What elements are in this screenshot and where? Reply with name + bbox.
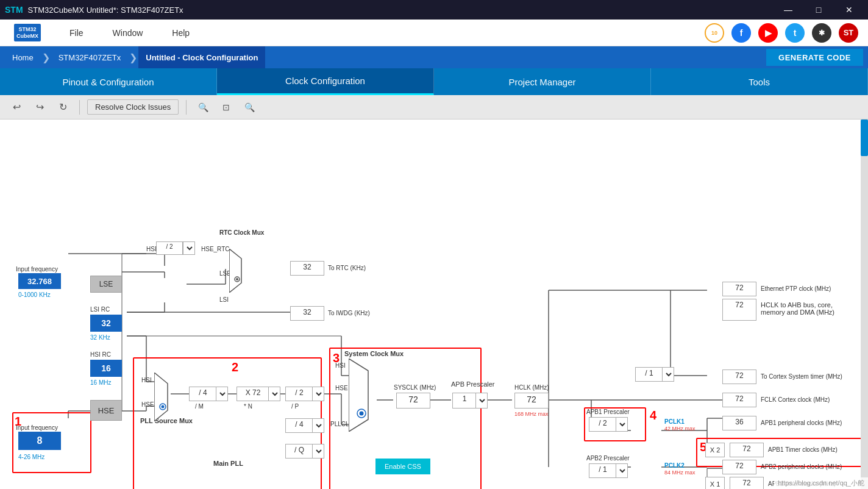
cortex-sys-label: To Cortex System timer (MHz) bbox=[761, 373, 842, 380]
menu-file[interactable]: File bbox=[55, 20, 98, 46]
vertical-scrollbar[interactable] bbox=[861, 120, 868, 489]
main-canvas: 1 Input frequency 8 4-26 MHz HSE Input f… bbox=[0, 120, 868, 489]
fclk-val[interactable]: 72 bbox=[722, 393, 756, 407]
pll-n-label: * N bbox=[244, 403, 252, 410]
pll-m-select[interactable] bbox=[216, 387, 228, 401]
pll-q2-select[interactable] bbox=[312, 444, 324, 459]
hse-div2-select[interactable] bbox=[183, 241, 195, 255]
maximize-button[interactable]: □ bbox=[805, 0, 833, 20]
refresh-button[interactable]: ↻ bbox=[54, 98, 72, 116]
youtube-icon[interactable]: ▶ bbox=[758, 23, 778, 43]
scrollbar-thumb[interactable] bbox=[861, 120, 868, 156]
enable-css-button[interactable]: Enable CSS bbox=[375, 459, 430, 474]
rtc-mux-shape[interactable] bbox=[229, 249, 247, 293]
zoom-out-button[interactable]: 🔍 bbox=[240, 98, 258, 116]
tab-project[interactable]: Project Manager bbox=[434, 68, 651, 95]
svg-marker-55 bbox=[229, 249, 241, 293]
apb1-timer-label: APB1 Timer clocks (MHz) bbox=[768, 446, 838, 453]
tab-clock[interactable]: Clock Configuration bbox=[217, 68, 434, 95]
hclk-box[interactable]: 72 bbox=[514, 393, 549, 409]
lse-freq-label: Input frequency bbox=[16, 266, 58, 273]
pll-q2-box[interactable]: / Q bbox=[285, 444, 313, 459]
input-freq-range: 4-26 MHz bbox=[18, 454, 44, 460]
apb1-div-select[interactable] bbox=[616, 417, 628, 432]
minimize-button[interactable]: — bbox=[774, 0, 802, 20]
hsi-rc-box[interactable]: 16 bbox=[90, 360, 122, 377]
svg-marker-61 bbox=[349, 359, 368, 432]
breadcrumb-current[interactable]: Untitled - Clock Configuration bbox=[138, 46, 265, 68]
apb-prescaler-label: APB Prescaler bbox=[451, 380, 495, 388]
lse-block[interactable]: LSE bbox=[90, 276, 122, 293]
hse-div2-input[interactable]: / 2 bbox=[156, 241, 183, 255]
svg-point-60 bbox=[162, 405, 165, 409]
lsi-rc-box[interactable]: 32 bbox=[90, 315, 122, 332]
hsi-rc-label: HSI RC bbox=[90, 351, 111, 358]
menu-window[interactable]: Window bbox=[98, 20, 158, 46]
pll-p-label: / P bbox=[291, 403, 299, 410]
social-icons: 10 f ▶ t ✱ ST bbox=[705, 23, 868, 43]
hse-block[interactable]: HSE bbox=[90, 400, 122, 421]
generate-code-button[interactable]: GENERATE CODE bbox=[766, 49, 863, 66]
input-freq-label: Input frequency bbox=[16, 424, 58, 431]
sys-hse-label: HSE bbox=[335, 385, 348, 391]
pll-q-select[interactable] bbox=[312, 418, 324, 433]
sys-clk-mux-label: System Clock Mux bbox=[344, 350, 404, 357]
lsi-rc-unit: 32 KHz bbox=[90, 334, 110, 341]
tabbar: Pinout & Configuration Clock Configurati… bbox=[0, 68, 868, 95]
lse-freq-box[interactable]: 32.768 bbox=[18, 273, 61, 289]
apb2-timer-val[interactable]: 72 bbox=[730, 477, 764, 489]
apb2-max-label: 84 MHz max bbox=[664, 469, 695, 476]
st-icon[interactable]: ST bbox=[839, 23, 858, 43]
ahb-div-select[interactable] bbox=[475, 393, 488, 409]
hse-rtc-right-label: HSE_RTC bbox=[201, 246, 230, 252]
tab-tools[interactable]: Tools bbox=[651, 68, 868, 95]
facebook-icon[interactable]: f bbox=[731, 23, 751, 43]
ethernet-ptp-label: Ethernet PTP clock (MHz) bbox=[761, 285, 831, 292]
fit-button[interactable]: ⊡ bbox=[217, 98, 235, 116]
apb2-div-select[interactable] bbox=[616, 463, 628, 478]
iwdg-out-label: To IWDG (KHz) bbox=[328, 310, 370, 316]
apb2-periph-val[interactable]: 72 bbox=[722, 460, 756, 474]
sysclk-label: SYSCLK (MHz) bbox=[394, 384, 436, 391]
undo-button[interactable]: ↩ bbox=[7, 98, 26, 116]
iwdg-32-box[interactable]: 32 bbox=[290, 306, 324, 321]
pll-p-box[interactable]: / 2 bbox=[285, 387, 313, 401]
pll-n-select[interactable] bbox=[268, 387, 280, 401]
rtc-32-box[interactable]: 32 bbox=[290, 261, 324, 276]
pll-m-box[interactable]: / 4 bbox=[189, 387, 217, 401]
hclk-max: 168 MHz max bbox=[514, 411, 549, 417]
apb1-prescaler-label: APB1 Prescaler bbox=[586, 409, 630, 415]
pll-q-box[interactable]: / 4 bbox=[285, 418, 313, 433]
redo-button[interactable]: ↪ bbox=[30, 98, 49, 116]
twitter-icon[interactable]: t bbox=[785, 23, 805, 43]
fclk-label: FCLK Cortex clock (MHz) bbox=[761, 396, 830, 403]
ethernet-ptp-val[interactable]: 72 bbox=[722, 282, 756, 296]
network-icon[interactable]: ✱ bbox=[812, 23, 831, 43]
pll-p-select[interactable] bbox=[312, 387, 324, 401]
svg-point-57 bbox=[236, 278, 238, 280]
pll-n-box[interactable]: X 72 bbox=[237, 387, 269, 401]
close-button[interactable]: ✕ bbox=[835, 0, 863, 20]
zoom-in-button[interactable]: 🔍 bbox=[194, 98, 212, 116]
menu-help[interactable]: Help bbox=[157, 20, 204, 46]
resolve-clock-issues-button[interactable]: Resolve Clock Issues bbox=[87, 99, 179, 115]
apb1-div-box[interactable]: / 2 bbox=[589, 417, 617, 432]
apb1-periph-val[interactable]: 36 bbox=[722, 416, 756, 430]
sys-clk-mux-shape[interactable] bbox=[349, 359, 378, 432]
tab-pinout[interactable]: Pinout & Configuration bbox=[0, 68, 217, 95]
apb1-timer-val[interactable]: 72 bbox=[730, 443, 764, 457]
titlebar-controls[interactable]: — □ ✕ bbox=[774, 0, 863, 20]
pll-source-mux-shape[interactable] bbox=[154, 373, 173, 421]
cortex-div-box[interactable]: / 1 bbox=[635, 367, 663, 382]
ahb-div-box[interactable]: 1 bbox=[452, 393, 477, 409]
hclk-ahb-val[interactable]: 72 bbox=[722, 299, 756, 321]
input-freq-box[interactable]: 8 bbox=[18, 432, 61, 450]
cortex-sys-val[interactable]: 72 bbox=[722, 369, 756, 384]
breadcrumb-chip[interactable]: STM32F407ZETx bbox=[51, 46, 129, 68]
step-number-2: 2 bbox=[232, 360, 238, 374]
rtc-mux-label: RTC Clock Mux bbox=[219, 229, 264, 236]
breadcrumb-home[interactable]: Home bbox=[5, 46, 41, 68]
cortex-div-select[interactable] bbox=[662, 367, 674, 382]
sysclk-box[interactable]: 72 bbox=[396, 393, 430, 409]
apb2-div-box[interactable]: / 1 bbox=[589, 463, 617, 478]
